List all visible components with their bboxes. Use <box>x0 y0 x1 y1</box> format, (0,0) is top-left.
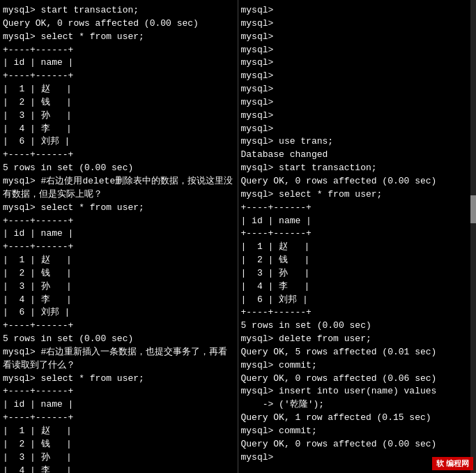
terminal-line: mysql> #右边使用delete删除表中的数据，按说这里没有数据，但是实际上… <box>3 175 235 202</box>
terminal-line: | 1 | 赵 | <box>3 425 235 438</box>
terminal-line: | id | name | <box>3 398 235 412</box>
terminal-line: Query OK, 0 rows affected (0.00 sec) <box>241 175 474 188</box>
terminal-line: +----+------+ <box>3 385 235 398</box>
terminal-line: | 2 | 钱 | <box>241 254 474 267</box>
terminal-line: | id | name | <box>3 57 235 70</box>
terminal-line: | 4 | 李 | <box>241 280 474 294</box>
terminal-line: +----+------+ <box>3 320 235 333</box>
terminal-line: | 1 | 赵 | <box>241 241 474 254</box>
terminal-line: mysql> use trans; <box>241 135 474 149</box>
terminal-line: mysql> insert into user(name) values <box>241 385 474 398</box>
terminal-line: | 6 | 刘邦 | <box>3 135 235 149</box>
watermark-icon: 软 <box>436 459 444 467</box>
right-terminal-content: mysql>mysql>mysql>mysql>mysql>mysql>mysq… <box>241 4 474 465</box>
terminal-line: | id | name | <box>241 215 474 228</box>
terminal-line: mysql> commit; <box>241 359 474 373</box>
terminal-line: mysql> <box>241 44 474 57</box>
terminal-line: | 3 | 孙 | <box>3 110 235 123</box>
terminal-line: mysql> #右边重新插入一条数据，也提交事务了，再看看读取到了什么？ <box>3 346 235 373</box>
terminal-line: mysql> select * from user; <box>3 373 235 386</box>
terminal-line: mysql> commit; <box>241 425 474 438</box>
terminal-line: mysql> <box>241 57 474 70</box>
left-terminal: mysql> start transaction;Query OK, 0 row… <box>0 0 238 473</box>
terminal-line: Query OK, 0 rows affected (0.00 sec) <box>241 438 474 451</box>
right-terminal: mysql>mysql>mysql>mysql>mysql>mysql>mysq… <box>238 0 477 473</box>
terminal-line: mysql> <box>241 123 474 136</box>
terminal-line: mysql> <box>241 4 474 17</box>
terminal-line: 5 rows in set (0.00 sec) <box>3 333 235 346</box>
terminal-line: mysql> select * from user; <box>241 188 474 202</box>
terminal-line: +----+------+ <box>241 227 474 241</box>
terminal-line: | 6 | 刘邦 | <box>3 306 235 320</box>
scrollbar[interactable] <box>470 0 476 473</box>
terminal-line: mysql> start transaction; <box>3 4 235 17</box>
terminal-line: Query OK, 0 rows affected (0.06 sec) <box>241 373 474 386</box>
terminal-line: +----+------+ <box>241 306 474 320</box>
terminal-line: mysql> <box>241 31 474 44</box>
terminal-line: | 4 | 李 | <box>3 465 235 473</box>
terminal-line: | id | name | <box>3 227 235 241</box>
watermark: 软 编程网 <box>432 457 473 470</box>
terminal-line: | 2 | 钱 | <box>3 96 235 110</box>
terminal-line: mysql> <box>241 70 474 83</box>
terminal-line: mysql> start transaction; <box>241 162 474 175</box>
terminal-line: mysql> delete from user; <box>241 333 474 346</box>
terminal-line: | 1 | 赵 | <box>3 254 235 267</box>
terminal-line: +----+------+ <box>3 241 235 254</box>
terminal-line: +----+------+ <box>3 215 235 228</box>
terminal-line: +----+------+ <box>241 202 474 215</box>
terminal-line: Query OK, 5 rows affected (0.01 sec) <box>241 346 474 359</box>
scrollbar-thumb[interactable] <box>470 195 476 223</box>
terminal-line: | 2 | 钱 | <box>3 267 235 280</box>
watermark-text: 编程网 <box>446 459 469 467</box>
terminal-line: +----+------+ <box>3 44 235 57</box>
terminal-line: +----+------+ <box>3 70 235 83</box>
terminal-line: | 6 | 刘邦 | <box>241 294 474 307</box>
terminal-line: +----+------+ <box>3 412 235 425</box>
terminal-line: Query OK, 0 rows affected (0.00 sec) <box>3 17 235 31</box>
terminal-line: 5 rows in set (0.00 sec) <box>241 320 474 333</box>
terminal-line: +----+------+ <box>3 149 235 162</box>
terminal-line: Query OK, 1 row affected (0.15 sec) <box>241 412 474 425</box>
terminal-line: Database changed <box>241 149 474 162</box>
terminal-line: -> ('乾隆'); <box>241 398 474 412</box>
terminal-line: | 2 | 钱 | <box>3 438 235 451</box>
terminal-line: | 4 | 李 | <box>3 123 235 136</box>
left-terminal-content: mysql> start transaction;Query OK, 0 row… <box>3 4 235 473</box>
terminal-line: | 3 | 孙 | <box>241 267 474 280</box>
terminal-line: mysql> <box>241 96 474 110</box>
terminal-line: mysql> select * from user; <box>3 31 235 44</box>
terminal-line: mysql> <box>241 17 474 31</box>
terminal-line: | 3 | 孙 | <box>3 280 235 294</box>
terminal-line: | 1 | 赵 | <box>3 83 235 96</box>
terminal-line: | 4 | 李 | <box>3 294 235 307</box>
terminal-line: mysql> <box>241 110 474 123</box>
terminal-line: 5 rows in set (0.00 sec) <box>3 162 235 175</box>
terminal-line: mysql> <box>241 83 474 96</box>
terminal-line: mysql> select * from user; <box>3 202 235 215</box>
terminal-line: | 3 | 孙 | <box>3 451 235 465</box>
